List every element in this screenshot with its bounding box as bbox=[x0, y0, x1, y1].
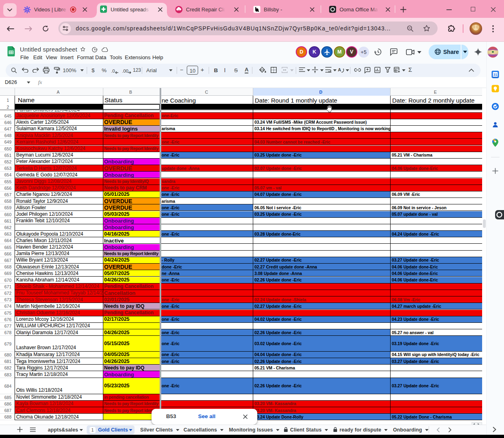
svg-text:A: A bbox=[338, 67, 341, 72]
svg-text:31: 31 bbox=[493, 73, 498, 77]
